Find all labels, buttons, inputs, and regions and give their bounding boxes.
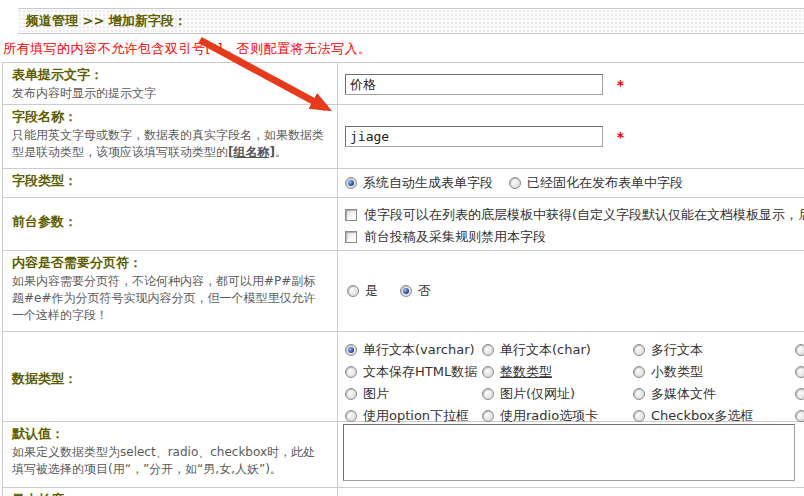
required-asterisk: * xyxy=(617,129,624,145)
default-desc: 如果定义数据类型为select、radio、checkbox时，此处填写被选择的… xyxy=(12,444,327,478)
datatype-option[interactable]: 单行文本(varchar) xyxy=(345,339,482,361)
datatype-label-cell: 数据类型： xyxy=(3,332,338,421)
radio-icon[interactable] xyxy=(509,177,521,189)
radio-selected-icon[interactable] xyxy=(345,344,357,356)
pagebreak-desc: 如果内容需要分页符，不论何种内容，都可以用#P#副标题#e#作为分页符号实现内容… xyxy=(12,273,327,324)
option-label: 多媒体文件 xyxy=(651,385,716,403)
fieldname-text-input[interactable] xyxy=(345,126,603,147)
radio-icon[interactable] xyxy=(633,344,645,356)
datatype-option[interactable]: 图片(仅网址) xyxy=(482,383,633,405)
group-name-link[interactable]: [组名称] xyxy=(228,145,275,159)
pagebreak-option-no[interactable]: 否 xyxy=(400,282,431,300)
fieldname-desc-tail: 。 xyxy=(275,145,287,159)
form-row-datatype: 数据类型： 单行文本(varchar) 单行文本(char) 多行文本 xyxy=(3,332,804,422)
prompt-desc: 发布内容时显示的提示文字 xyxy=(12,85,327,102)
datatype-option[interactable]: 单行文本(char) xyxy=(482,339,633,361)
form-row-pagebreak: 内容是否需要分页符： 如果内容需要分页符，不论何种内容，都可以用#P#副标题#e… xyxy=(3,251,804,332)
frontparams-options-cell: 使字段可以在列表的底层模板中获得(自定义字段默认仅能在文档模板显示，启用此 前台… xyxy=(338,198,804,250)
radio-icon[interactable] xyxy=(482,344,494,356)
datatype-options-cell: 单行文本(varchar) 单行文本(char) 多行文本 xyxy=(338,332,804,421)
fieldname-input-cell: * xyxy=(338,105,804,168)
datatype-option[interactable] xyxy=(795,383,804,405)
fieldtype-label: 字段类型： xyxy=(12,173,327,189)
datatype-option[interactable] xyxy=(795,339,804,361)
radio-icon[interactable] xyxy=(795,344,804,356)
pagebreak-options-cell: 是 否 xyxy=(338,251,804,331)
radio-icon[interactable] xyxy=(795,410,804,422)
fieldtype-label-cell: 字段类型： xyxy=(3,169,338,197)
prompt-label: 表单提示文字： xyxy=(12,67,327,83)
prompt-label-cell: 表单提示文字： 发布内容时显示的提示文字 xyxy=(3,63,338,104)
fieldtype-option-fixed[interactable]: 已经固化在发布表单中字段 xyxy=(509,174,683,192)
option-label: 系统自动生成表单字段 xyxy=(363,174,493,192)
option-label: 图片(仅网址) xyxy=(500,385,575,403)
option-label: 多行文本 xyxy=(651,341,703,359)
option-label: 单行文本(varchar) xyxy=(363,341,475,359)
option-label: 图片 xyxy=(363,385,389,403)
pagebreak-option-yes[interactable]: 是 xyxy=(347,282,378,300)
datatype-option[interactable] xyxy=(795,361,804,383)
option-label: 文本保存HTML数据 xyxy=(363,363,477,381)
default-label: 默认值： xyxy=(12,426,327,442)
radio-selected-icon[interactable] xyxy=(400,285,412,297)
radio-icon[interactable] xyxy=(482,388,494,400)
datatype-option[interactable]: 整数类型 xyxy=(482,361,633,383)
radio-icon[interactable] xyxy=(482,366,494,378)
form-row-fieldtype: 字段类型： 系统自动生成表单字段 已经固化在发布表单中字段 xyxy=(3,169,804,198)
frontparams-checkbox-disable[interactable]: 前台投稿及采集规则禁用本字段 xyxy=(345,226,804,248)
option-label: 单行文本(char) xyxy=(500,341,591,359)
breadcrumb: 频道管理 >> 增加新字段： xyxy=(18,8,804,34)
option-label: 否 xyxy=(418,282,431,300)
fieldname-desc: 只能用英文字母或数字，数据表的真实字段名，如果数据类型是联动类型，该项应该填写联… xyxy=(12,127,327,161)
radio-icon[interactable] xyxy=(345,410,357,422)
radio-icon[interactable] xyxy=(795,388,804,400)
maxlength-input-cell xyxy=(338,488,804,496)
default-value-textarea[interactable] xyxy=(343,424,795,481)
frontparams-label: 前台参数： xyxy=(12,214,327,230)
radio-icon[interactable] xyxy=(795,366,804,378)
datatype-option[interactable]: 小数类型 xyxy=(633,361,795,383)
page: 频道管理 >> 增加新字段： 所有填写的内容不允许包含双引号["]，否则配置将无… xyxy=(0,0,804,496)
option-label: 整数类型 xyxy=(500,363,552,381)
fieldname-label: 字段名称： xyxy=(12,109,327,125)
option-label: 小数类型 xyxy=(651,363,703,381)
option-label: 使字段可以在列表的底层模板中获得(自定义字段默认仅能在文档模板显示，启用此 xyxy=(364,206,804,224)
form-row-default: 默认值： 如果定义数据类型为select、radio、checkbox时，此处填… xyxy=(3,422,804,488)
default-input-cell xyxy=(338,422,804,487)
form-row-prompt: 表单提示文字： 发布内容时显示的提示文字 * xyxy=(3,63,804,105)
frontparams-label-cell: 前台参数： xyxy=(3,198,338,250)
default-label-cell: 默认值： 如果定义数据类型为select、radio、checkbox时，此处填… xyxy=(3,422,338,487)
maxlength-label: 最大长度： xyxy=(12,492,327,496)
datatype-option[interactable]: 多媒体文件 xyxy=(633,383,795,405)
checkbox-icon[interactable] xyxy=(345,231,357,243)
datatype-option[interactable]: 多行文本 xyxy=(633,339,795,361)
option-label: 已经固化在发布表单中字段 xyxy=(527,174,683,192)
prompt-text-input[interactable] xyxy=(345,74,603,95)
warning-text: 所有填写的内容不允许包含双引号["]，否则配置将无法写入。 xyxy=(3,40,803,58)
checkbox-icon[interactable] xyxy=(345,209,357,221)
datatype-option[interactable]: 图片 xyxy=(345,383,482,405)
radio-icon[interactable] xyxy=(633,388,645,400)
maxlength-label-cell: 最大长度： xyxy=(3,488,338,496)
datatype-options-grid: 单行文本(varchar) 单行文本(char) 多行文本 xyxy=(345,332,804,427)
form-row-frontparams: 前台参数： 使字段可以在列表的底层模板中获得(自定义字段默认仅能在文档模板显示，… xyxy=(3,198,804,251)
add-field-form: 表单提示文字： 发布内容时显示的提示文字 * 字段名称： 只能用英文字母或数字，… xyxy=(2,62,804,496)
fieldname-label-cell: 字段名称： 只能用英文字母或数字，数据表的真实字段名，如果数据类型是联动类型，该… xyxy=(3,105,338,168)
radio-icon[interactable] xyxy=(482,410,494,422)
radio-icon[interactable] xyxy=(345,366,357,378)
option-label: 是 xyxy=(365,282,378,300)
datatype-option[interactable]: 文本保存HTML数据 xyxy=(345,361,482,383)
form-row-fieldname: 字段名称： 只能用英文字母或数字，数据表的真实字段名，如果数据类型是联动类型，该… xyxy=(3,105,804,169)
radio-icon[interactable] xyxy=(347,285,359,297)
breadcrumb-text: 频道管理 >> 增加新字段： xyxy=(26,13,187,28)
radio-icon[interactable] xyxy=(345,388,357,400)
fieldtype-option-auto[interactable]: 系统自动生成表单字段 xyxy=(345,174,493,192)
radio-icon[interactable] xyxy=(633,410,645,422)
radio-icon[interactable] xyxy=(633,366,645,378)
radio-selected-icon[interactable] xyxy=(345,177,357,189)
pagebreak-label-cell: 内容是否需要分页符： 如果内容需要分页符，不论何种内容，都可以用#P#副标题#e… xyxy=(3,251,338,331)
fieldtype-options-cell: 系统自动生成表单字段 已经固化在发布表单中字段 xyxy=(338,169,804,197)
frontparams-checkbox-listtpl[interactable]: 使字段可以在列表的底层模板中获得(自定义字段默认仅能在文档模板显示，启用此 xyxy=(345,204,804,226)
required-asterisk: * xyxy=(617,77,624,93)
pagebreak-label: 内容是否需要分页符： xyxy=(12,255,327,271)
